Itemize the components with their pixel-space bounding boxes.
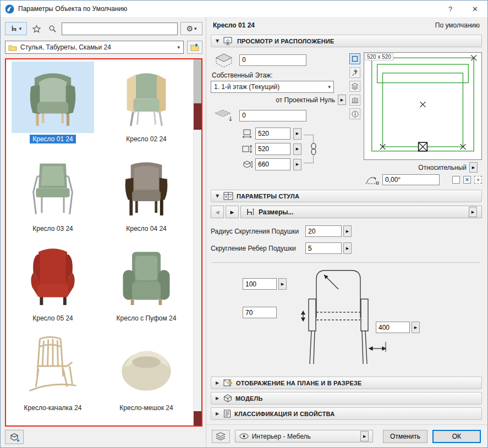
close-button[interactable]: ✕: [463, 1, 487, 17]
plan-preview-drawing: [364, 53, 481, 159]
dimension-x-flyout[interactable]: ▶: [293, 128, 301, 140]
library-item[interactable]: Кресло-мешок 24: [100, 330, 193, 420]
parameter-flyout[interactable]: ▶: [343, 225, 352, 237]
relative-flyout-button[interactable]: Относительный ▶: [364, 162, 478, 173]
seat-width-flyout[interactable]: ▶: [412, 322, 420, 333]
preview-info-button[interactable]: [349, 108, 360, 119]
library-item[interactable]: Кресло 01 24: [6, 62, 100, 151]
cushion-thickness-input[interactable]: [243, 307, 277, 318]
section-preview-positioning[interactable]: ▼ ПРОСМОТР И РАСПОЛОЖЕНИЕ: [211, 35, 482, 47]
dimension-x-input[interactable]: [255, 128, 290, 140]
library-item-thumbnail[interactable]: [12, 241, 94, 312]
section-model[interactable]: ▶ МОДЕЛЬ: [211, 392, 482, 405]
rotation-angle-input[interactable]: [382, 174, 440, 185]
help-button[interactable]: ?: [438, 1, 463, 17]
preview-section-button[interactable]: [349, 95, 360, 106]
home-story-dropdown[interactable]: 1. 1-й этаж (Текущий) ▾: [211, 81, 334, 93]
bounding-box-button[interactable]: ✕: [474, 176, 482, 184]
chevron-down-icon: ▾: [19, 26, 22, 31]
layers-icon: [351, 82, 359, 90]
library-grid: Кресло 01 24 Кресло 02 24 Кресло 03 24 К…: [6, 59, 193, 425]
search-button[interactable]: [46, 22, 59, 35]
preview-pin-button[interactable]: [349, 67, 360, 78]
library-item-thumbnail[interactable]: [12, 62, 94, 133]
section-chair-parameters[interactable]: ▼ ПАРАМЕТРЫ СТУЛА: [211, 190, 482, 202]
cancel-button[interactable]: Отменить: [383, 430, 427, 443]
home-story-value: 1. 1-й этаж (Текущий): [214, 83, 325, 91]
folder-dropdown[interactable]: Стулья, Табуреты, Скамьи 24 ▾: [5, 41, 184, 54]
cushion-edge-input[interactable]: [305, 242, 342, 254]
scrollbar-segment[interactable]: [194, 411, 201, 425]
plan-section-icon: [223, 379, 233, 387]
library-item-label: Кресло 04 24: [123, 224, 169, 233]
layer-dropdown[interactable]: Интерьер - Мебель ▶: [235, 430, 374, 443]
folder-icon: [8, 44, 17, 51]
section-classification[interactable]: ▶ КЛАССИФИКАЦИЯ И СВОЙСТВА: [211, 407, 482, 420]
default-state-label: По умолчанию: [435, 21, 480, 29]
dimension-z-flyout[interactable]: ▶: [293, 159, 301, 170]
section-title: ОТОБРАЖЕНИЕ НА ПЛАНЕ И В РАЗРЕЗЕ: [236, 380, 362, 386]
settings-menu-button[interactable]: ⚙ ▾: [180, 22, 202, 35]
search-input[interactable]: [62, 23, 178, 35]
cushion-radius-input[interactable]: [305, 225, 342, 237]
layer-value: Интерьер - Мебель: [252, 433, 358, 440]
library-item-thumbnail[interactable]: [105, 241, 188, 312]
proportional-link[interactable]: [304, 135, 314, 163]
dimension-y-input[interactable]: [255, 143, 290, 155]
folder-dropdown-value: Стулья, Табуреты, Скамьи 24: [20, 43, 174, 51]
object-preview[interactable]: 520 x 520: [364, 52, 482, 160]
relative-label: Относительный: [418, 164, 467, 172]
folder-view-button[interactable]: ▾: [5, 22, 27, 35]
dimensions-diagram: ▶: [211, 265, 482, 377]
library-item-thumbnail[interactable]: [105, 151, 188, 223]
parameter-page-dropdown[interactable]: Размеры... ▶: [240, 206, 482, 218]
collapse-caret-icon: ▶: [215, 380, 220, 385]
library-item-thumbnail[interactable]: [105, 62, 188, 133]
library-item-thumbnail[interactable]: [12, 330, 94, 402]
dimension-z-input[interactable]: [255, 158, 290, 170]
library-item-thumbnail[interactable]: [12, 151, 94, 223]
flyout-arrow-icon: ▶: [360, 431, 369, 441]
library-item-thumbnail[interactable]: [105, 330, 188, 402]
library-item[interactable]: Кресло 04 24: [100, 151, 193, 241]
seat-width-input[interactable]: [376, 322, 410, 333]
flyout-arrow-icon: ▶: [338, 95, 346, 105]
library-panel: ▾ ⚙ ▾: [1, 17, 206, 447]
page-forward-button[interactable]: ▶: [226, 206, 239, 218]
titlebar: Параметры Объекта по Умолчанию ? ✕: [1, 1, 487, 17]
ok-button[interactable]: ОК: [432, 430, 481, 443]
scrollbar[interactable]: [193, 59, 201, 425]
datum-flyout-button[interactable]: от Проектный Нуль ▶: [211, 95, 346, 105]
library-item[interactable]: Кресло 02 24: [100, 62, 193, 151]
collapse-caret-icon: ▶: [215, 396, 220, 401]
library-item-label: Кресло-мешок 24: [117, 403, 176, 412]
section-plan-display[interactable]: ▶ ОТОБРАЖЕНИЕ НА ПЛАНЕ И В РАЗРЕЗЕ: [211, 377, 482, 389]
scrollbar-track[interactable]: [194, 130, 201, 411]
preview-3d-button[interactable]: [349, 81, 360, 92]
library-item[interactable]: Кресло 03 24: [6, 151, 100, 241]
scrollbar-thumb[interactable]: [194, 59, 201, 103]
layer-settings-button[interactable]: [212, 430, 230, 443]
elevation-input[interactable]: [239, 54, 306, 66]
scrollbar-segment[interactable]: [194, 103, 201, 130]
mirror-checkbox[interactable]: [452, 176, 460, 184]
folder-up-button[interactable]: [187, 41, 202, 54]
embed-object-button[interactable]: [5, 430, 24, 444]
preview-plan-button[interactable]: [349, 53, 360, 64]
corner-radius-flyout[interactable]: ▶: [278, 278, 287, 290]
chair-parameters-icon: [223, 192, 233, 200]
page-back-button[interactable]: ◀: [211, 206, 224, 218]
home-story-label: Собственный Этаж:: [212, 71, 349, 79]
hotspot-x-button[interactable]: ✕: [463, 176, 471, 184]
library-item[interactable]: Кресло 05 24: [6, 241, 100, 330]
library-item[interactable]: Кресло с Пуфом 24: [100, 241, 193, 330]
dimension-y-flyout[interactable]: ▶: [293, 143, 301, 155]
favorites-button[interactable]: [30, 22, 43, 35]
library-item[interactable]: Кресло-качалка 24: [6, 330, 100, 420]
parameter-flyout[interactable]: ▶: [343, 242, 352, 254]
chevron-down-icon: ▾: [177, 45, 180, 50]
folder-up-icon: [190, 43, 200, 51]
corner-radius-input[interactable]: [243, 278, 277, 290]
library-browser: Кресло 01 24 Кресло 02 24 Кресло 03 24 К…: [5, 58, 202, 427]
offset-input[interactable]: [239, 110, 306, 121]
